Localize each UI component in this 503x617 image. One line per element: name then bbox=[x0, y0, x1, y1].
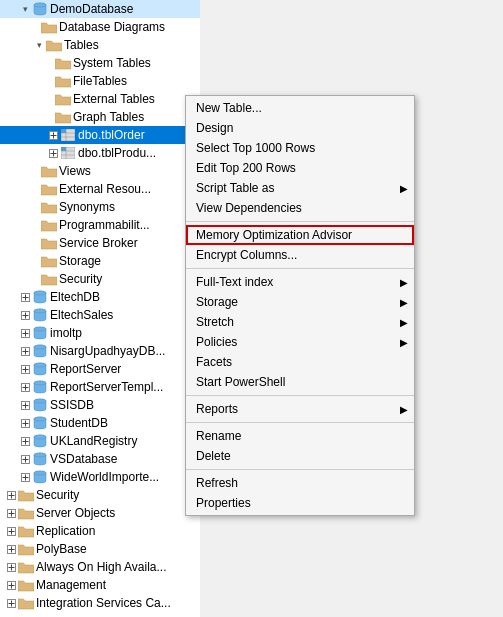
menu-item-delete[interactable]: Delete bbox=[186, 446, 414, 466]
tree-item-security[interactable]: Security bbox=[0, 270, 200, 288]
tree-item-ukland[interactable]: UKLandRegistry bbox=[0, 432, 200, 450]
tree-item-externaltables[interactable]: External Tables bbox=[0, 90, 200, 108]
tree-item-reportserver[interactable]: ReportServer bbox=[0, 360, 200, 378]
menu-item-full-text-index[interactable]: Full-Text index▶ bbox=[186, 272, 414, 292]
expander-diagrams[interactable] bbox=[32, 20, 41, 34]
tree-item-replication[interactable]: Replication bbox=[0, 522, 200, 540]
submenu-arrow-reports: ▶ bbox=[400, 404, 408, 415]
label-security: Security bbox=[59, 272, 102, 286]
tree-item-views[interactable]: Views bbox=[0, 162, 200, 180]
menu-item-edit-top[interactable]: Edit Top 200 Rows bbox=[186, 158, 414, 178]
expander-reportserver[interactable] bbox=[18, 362, 32, 376]
expander-vsdatabase[interactable] bbox=[18, 452, 32, 466]
menu-item-stretch[interactable]: Stretch▶ bbox=[186, 312, 414, 332]
tree-item-storage[interactable]: Storage bbox=[0, 252, 200, 270]
expander-polybase[interactable] bbox=[4, 542, 18, 556]
tree-item-graphtables[interactable]: Graph Tables bbox=[0, 108, 200, 126]
tree-item-serverobjects[interactable]: Server Objects bbox=[0, 504, 200, 522]
expander-tblprod[interactable] bbox=[46, 146, 60, 160]
expander-reportservertemp[interactable] bbox=[18, 380, 32, 394]
expander-systemtables[interactable] bbox=[46, 56, 55, 70]
menu-item-policies[interactable]: Policies▶ bbox=[186, 332, 414, 352]
expander-eltechdb[interactable] bbox=[18, 290, 32, 304]
expander-demodb[interactable]: ▾ bbox=[18, 2, 32, 16]
expander-security[interactable] bbox=[32, 272, 41, 286]
expander-security2[interactable] bbox=[4, 488, 18, 502]
tree-item-security2[interactable]: Security bbox=[0, 486, 200, 504]
expander-graphtables[interactable] bbox=[46, 110, 55, 124]
label-imoltp: imoltp bbox=[50, 326, 82, 340]
label-security2: Security bbox=[36, 488, 79, 502]
tree-item-eltechdb[interactable]: EltechDB bbox=[0, 288, 200, 306]
menu-item-start-powershell[interactable]: Start PowerShell bbox=[186, 372, 414, 392]
expander-ssisdb[interactable] bbox=[18, 398, 32, 412]
tree-item-diagrams[interactable]: Database Diagrams bbox=[0, 18, 200, 36]
icon-db-imoltp bbox=[32, 325, 48, 341]
expander-storage[interactable] bbox=[32, 254, 41, 268]
tree-item-demodb[interactable]: ▾DemoDatabase bbox=[0, 0, 200, 18]
tree-item-tables[interactable]: ▾Tables bbox=[0, 36, 200, 54]
tree-item-filetables[interactable]: FileTables bbox=[0, 72, 200, 90]
expander-externaltables[interactable] bbox=[46, 92, 55, 106]
expander-nisarg[interactable] bbox=[18, 344, 32, 358]
tree-panel[interactable]: ▾DemoDatabaseDatabase Diagrams▾TablesSys… bbox=[0, 0, 200, 617]
menu-item-rename[interactable]: Rename bbox=[186, 426, 414, 446]
expander-tblorder[interactable] bbox=[46, 128, 60, 142]
menu-item-properties[interactable]: Properties bbox=[186, 493, 414, 513]
tree-item-vsdatabase[interactable]: VSDatabase bbox=[0, 450, 200, 468]
expander-integration[interactable] bbox=[4, 596, 18, 610]
menu-item-design[interactable]: Design bbox=[186, 118, 414, 138]
menu-item-storage[interactable]: Storage▶ bbox=[186, 292, 414, 312]
icon-folder-graphtables bbox=[55, 109, 71, 125]
tree-item-external[interactable]: External Resou... bbox=[0, 180, 200, 198]
tree-item-tblorder[interactable]: dbo.tblOrder bbox=[0, 126, 200, 144]
menu-item-select-top[interactable]: Select Top 1000 Rows bbox=[186, 138, 414, 158]
tree-item-integration[interactable]: Integration Services Ca... bbox=[0, 594, 200, 612]
tree-item-reportservertemp[interactable]: ReportServerTempl... bbox=[0, 378, 200, 396]
tree-item-studentdb[interactable]: StudentDB bbox=[0, 414, 200, 432]
tree-item-imoltp[interactable]: imoltp bbox=[0, 324, 200, 342]
tree-item-nisarg[interactable]: NisargUpadhyayDB... bbox=[0, 342, 200, 360]
expander-tables[interactable]: ▾ bbox=[32, 38, 46, 52]
tree-item-synonyms[interactable]: Synonyms bbox=[0, 198, 200, 216]
tree-item-servicebroker[interactable]: Service Broker bbox=[0, 234, 200, 252]
expander-serverobjects[interactable] bbox=[4, 506, 18, 520]
icon-folder-filetables bbox=[55, 73, 71, 89]
expander-replication[interactable] bbox=[4, 524, 18, 538]
menu-item-encrypt-columns[interactable]: Encrypt Columns... bbox=[186, 245, 414, 265]
menu-item-reports[interactable]: Reports▶ bbox=[186, 399, 414, 419]
expander-servicebroker[interactable] bbox=[32, 236, 41, 250]
menu-item-memory-optimization[interactable]: Memory Optimization Advisor bbox=[186, 225, 414, 245]
expander-imoltp[interactable] bbox=[18, 326, 32, 340]
label-integration: Integration Services Ca... bbox=[36, 596, 171, 610]
svg-point-37 bbox=[34, 345, 46, 349]
expander-ukland[interactable] bbox=[18, 434, 32, 448]
menu-item-script-table[interactable]: Script Table as▶ bbox=[186, 178, 414, 198]
tree-item-systemtables[interactable]: System Tables bbox=[0, 54, 200, 72]
icon-folder-servicebroker bbox=[41, 235, 57, 251]
expander-views[interactable] bbox=[32, 164, 41, 178]
expander-filetables[interactable] bbox=[46, 74, 55, 88]
menu-item-new-table[interactable]: New Table... bbox=[186, 98, 414, 118]
expander-studentdb[interactable] bbox=[18, 416, 32, 430]
expander-programmability[interactable] bbox=[32, 218, 41, 232]
tree-item-wideworldimporter[interactable]: WideWorldImporte... bbox=[0, 468, 200, 486]
menu-item-view-dependencies[interactable]: View Dependencies bbox=[186, 198, 414, 218]
tree-item-polybase[interactable]: PolyBase bbox=[0, 540, 200, 558]
tree-item-programmability[interactable]: Programmabilit... bbox=[0, 216, 200, 234]
expander-synonyms[interactable] bbox=[32, 200, 41, 214]
tree-item-tblprod[interactable]: dbo.tblProdu... bbox=[0, 144, 200, 162]
tree-item-alwayson[interactable]: Always On High Availa... bbox=[0, 558, 200, 576]
menu-item-facets[interactable]: Facets bbox=[186, 352, 414, 372]
tree-item-ssisdb[interactable]: SSISDB bbox=[0, 396, 200, 414]
expander-alwayson[interactable] bbox=[4, 560, 18, 574]
expander-eltechsales[interactable] bbox=[18, 308, 32, 322]
menu-item-refresh[interactable]: Refresh bbox=[186, 473, 414, 493]
tree-item-management[interactable]: Management bbox=[0, 576, 200, 594]
menu-label-facets: Facets bbox=[196, 355, 232, 369]
label-wideworldimporter: WideWorldImporte... bbox=[50, 470, 159, 484]
tree-item-eltechsales[interactable]: EltechSales bbox=[0, 306, 200, 324]
expander-wideworldimporter[interactable] bbox=[18, 470, 32, 484]
expander-management[interactable] bbox=[4, 578, 18, 592]
expander-external[interactable] bbox=[32, 182, 41, 196]
